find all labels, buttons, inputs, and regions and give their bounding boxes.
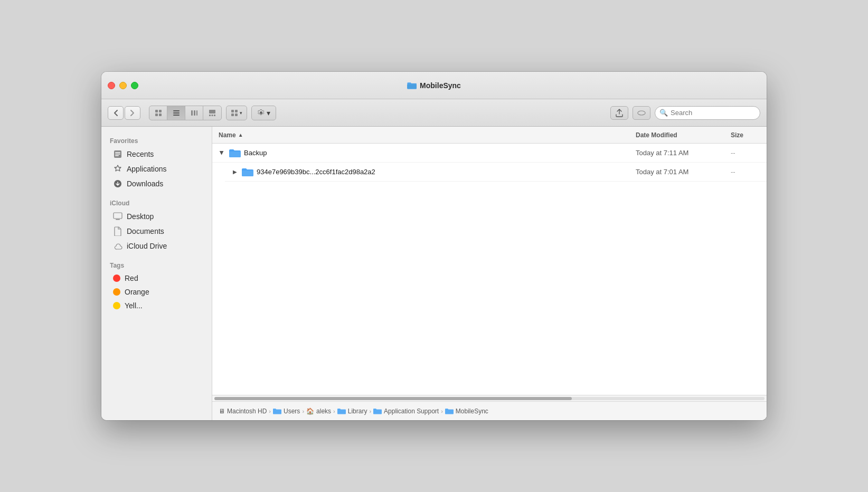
traffic-lights: [108, 82, 138, 89]
applications-icon: [113, 164, 122, 174]
svg-rect-27: [114, 213, 122, 219]
main-area: Favorites Recents: [101, 127, 767, 420]
hd-icon: 🖥: [219, 408, 225, 415]
orange-tag-label: Orange: [125, 288, 149, 296]
svg-rect-25: [115, 155, 119, 156]
breadcrumb-hd-label: Macintosh HD: [227, 408, 267, 415]
table-row[interactable]: ▶ 934e7e969b39bc...2cc6f1fac2d98a2a2 Tod…: [225, 163, 767, 182]
disclosure-button[interactable]: ▶: [219, 149, 226, 157]
desktop-icon: [113, 212, 122, 221]
yellow-tag-dot: [113, 302, 120, 309]
sidebar-item-documents[interactable]: Documents: [105, 224, 209, 239]
file-size-cell: --: [724, 168, 767, 176]
breadcrumb-sep-5: ›: [441, 408, 443, 414]
breadcrumb-mobilesync[interactable]: MobileSync: [445, 408, 488, 415]
icloud-label: iCloud: [101, 195, 212, 209]
desktop-label: Desktop: [127, 212, 154, 221]
forward-button[interactable]: [125, 106, 140, 120]
svg-rect-9: [173, 115, 180, 116]
sidebar-item-downloads[interactable]: Downloads: [105, 176, 209, 191]
action-chevron: ▾: [267, 109, 270, 117]
scrollbar-thumb[interactable]: [214, 397, 572, 400]
search-box[interactable]: 🔍: [655, 106, 760, 120]
breadcrumb-appsupport-label: Application Support: [384, 408, 439, 415]
svg-rect-6: [159, 113, 162, 116]
column-name[interactable]: Name ▲: [212, 131, 629, 139]
svg-rect-10: [191, 110, 193, 116]
minimize-button[interactable]: [119, 82, 127, 89]
disclosure-button[interactable]: ▶: [231, 168, 239, 176]
list-view-button[interactable]: [167, 106, 185, 120]
file-name-text: Backup: [244, 149, 267, 157]
file-modified-cell: Today at 7:01 AM: [629, 168, 724, 176]
yellow-tag-label: Yell...: [125, 301, 143, 310]
svg-rect-17: [231, 110, 234, 112]
scrollbar-track: [214, 397, 765, 400]
breadcrumb-library[interactable]: Library: [337, 408, 367, 415]
back-button[interactable]: [108, 106, 124, 120]
svg-rect-2: [407, 83, 417, 83]
gallery-view-button[interactable]: [203, 106, 221, 120]
arrange-button-group: ▾: [226, 106, 247, 120]
breadcrumb-users[interactable]: Users: [273, 408, 300, 415]
red-tag-label: Red: [125, 274, 138, 282]
breadcrumb-appsupport[interactable]: Application Support: [373, 408, 439, 415]
arrange-button[interactable]: ▾: [227, 106, 247, 120]
sidebar-item-applications[interactable]: Applications: [105, 162, 209, 176]
tag-button[interactable]: [633, 106, 650, 120]
finder-window: MobileSync: [101, 72, 767, 420]
file-name-text: 934e7e969b39bc...2cc6f1fac2d98a2a2: [257, 168, 375, 176]
downloads-icon: [113, 179, 122, 188]
search-input[interactable]: [671, 109, 756, 117]
maximize-button[interactable]: [131, 82, 138, 89]
breadcrumb-sep-2: ›: [302, 408, 304, 414]
icon-view-button[interactable]: [149, 106, 167, 120]
svg-rect-20: [235, 113, 238, 116]
applications-label: Applications: [127, 165, 167, 173]
svg-rect-12: [196, 110, 197, 116]
action-button-group: ▾: [251, 106, 276, 120]
breadcrumb-user[interactable]: 🏠 aleks: [306, 408, 331, 415]
horizontal-scrollbar[interactable]: [212, 395, 767, 401]
svg-rect-1: [407, 84, 417, 89]
icloud-drive-label: iCloud Drive: [127, 242, 167, 250]
window-title: MobileSync: [420, 81, 461, 90]
svg-rect-23: [115, 152, 120, 153]
toolbar: ▾ ▾ 🔍: [101, 99, 767, 127]
window-folder-icon: [407, 82, 417, 89]
file-size-text: --: [731, 168, 735, 176]
column-view-button[interactable]: [185, 106, 203, 120]
appsupport-folder-icon: [373, 408, 382, 414]
sidebar: Favorites Recents: [101, 127, 212, 420]
svg-point-21: [638, 111, 645, 115]
share-button[interactable]: [610, 106, 628, 120]
sidebar-tag-orange[interactable]: Orange: [105, 285, 209, 299]
sidebar-item-recents[interactable]: Recents: [105, 147, 209, 162]
sidebar-item-icloud-drive[interactable]: iCloud Drive: [105, 239, 209, 253]
svg-rect-28: [116, 219, 120, 220]
column-modified[interactable]: Date Modified: [629, 131, 724, 139]
close-button[interactable]: [108, 82, 115, 89]
view-buttons: [149, 106, 222, 120]
recents-label: Recents: [127, 150, 154, 158]
svg-rect-5: [155, 113, 158, 116]
file-modified-cell: Today at 7:11 AM: [629, 149, 724, 157]
svg-rect-14: [209, 115, 211, 116]
arrange-chevron: ▾: [240, 110, 242, 116]
table-row[interactable]: ▶ Backup Today at 7:11 AM --: [212, 144, 767, 163]
action-gear-button[interactable]: ▾: [252, 106, 276, 120]
svg-rect-19: [231, 113, 234, 116]
red-tag-dot: [113, 275, 120, 282]
file-header: Name ▲ Date Modified Size: [212, 127, 767, 144]
favorites-label: Favorites: [101, 133, 212, 147]
breadcrumb-hd[interactable]: 🖥 Macintosh HD: [219, 408, 267, 415]
column-size[interactable]: Size: [724, 131, 767, 139]
orange-tag-dot: [113, 288, 120, 296]
sidebar-item-desktop[interactable]: Desktop: [105, 209, 209, 224]
sidebar-tag-yellow[interactable]: Yell...: [105, 299, 209, 313]
column-modified-label: Date Modified: [636, 131, 677, 139]
file-modified-text: Today at 7:01 AM: [636, 168, 688, 176]
file-area: Name ▲ Date Modified Size ▶: [212, 127, 767, 420]
sidebar-tag-red[interactable]: Red: [105, 271, 209, 285]
nav-buttons: [108, 106, 140, 120]
